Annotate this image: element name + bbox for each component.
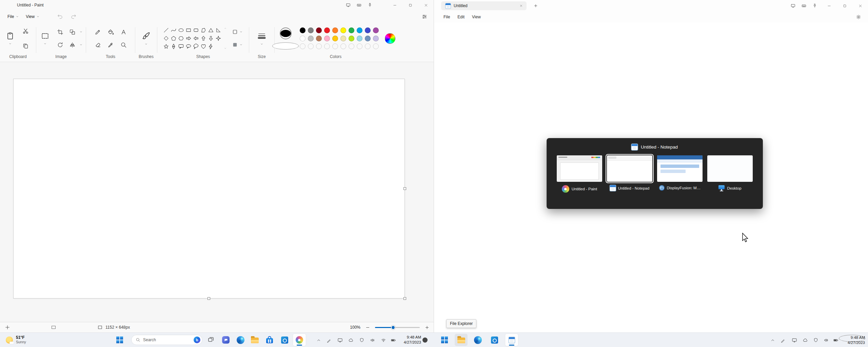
menu-view[interactable]: View bbox=[22, 12, 43, 21]
palette-color[interactable] bbox=[365, 36, 371, 41]
shapes-scrollbar[interactable] bbox=[224, 27, 227, 50]
menu-edit[interactable]: Edit bbox=[454, 13, 468, 21]
tray-speaker-button[interactable] bbox=[369, 336, 377, 344]
minimize-button[interactable] bbox=[387, 0, 402, 10]
shape-ellipse[interactable] bbox=[177, 26, 184, 34]
tab-close-button[interactable] bbox=[518, 2, 525, 9]
displayfusion-keyboard-button[interactable] bbox=[355, 1, 363, 9]
rotate-dropdown[interactable] bbox=[79, 30, 83, 34]
taskbar-chat-button[interactable] bbox=[219, 334, 232, 346]
shape-callout-oval[interactable] bbox=[185, 43, 192, 51]
palette-color[interactable] bbox=[357, 36, 362, 41]
edit-colors-button[interactable] bbox=[385, 33, 395, 44]
taskbar-start-button[interactable] bbox=[438, 334, 451, 346]
rotate-button[interactable] bbox=[54, 39, 66, 50]
tray-monitor-button[interactable] bbox=[790, 336, 798, 344]
switcher-item-desktop[interactable]: Desktop bbox=[707, 155, 753, 193]
displayfusion-monitor-button[interactable] bbox=[789, 2, 797, 10]
palette-color[interactable] bbox=[308, 27, 314, 33]
clock-monitor2[interactable]: 9:48 AM 4/27/2023 bbox=[839, 335, 865, 342]
canvas-resize-handle-bottom[interactable] bbox=[208, 297, 210, 300]
displayfusion-keyboard-button[interactable] bbox=[800, 2, 808, 10]
shape-fill-dropdown[interactable] bbox=[231, 41, 244, 49]
taskbar-task-view-button[interactable] bbox=[204, 334, 217, 346]
taskbar-edge-button[interactable] bbox=[471, 334, 484, 346]
palette-color[interactable] bbox=[300, 36, 305, 41]
palette-color[interactable] bbox=[357, 27, 362, 33]
palette-color[interactable] bbox=[349, 36, 354, 41]
tray-wifi-button[interactable] bbox=[379, 336, 388, 344]
shape-hexagon[interactable] bbox=[177, 35, 184, 42]
palette-color[interactable] bbox=[316, 36, 322, 41]
zoom-out-button[interactable] bbox=[365, 325, 370, 330]
menu-file[interactable]: File bbox=[440, 13, 454, 21]
menu-view[interactable]: View bbox=[468, 13, 485, 21]
tray-cloud-button[interactable] bbox=[347, 336, 355, 344]
redo-button[interactable] bbox=[68, 12, 79, 21]
switcher-item-notepad[interactable]: Untitled - Notepad bbox=[607, 155, 652, 193]
window-thumbnail[interactable] bbox=[707, 155, 753, 182]
color2-well[interactable] bbox=[272, 42, 299, 50]
eraser-tool[interactable] bbox=[92, 39, 103, 50]
taskbar-notepad-button[interactable] bbox=[505, 334, 518, 346]
shape-curve[interactable] bbox=[170, 26, 177, 34]
select-button[interactable] bbox=[38, 30, 52, 47]
window-thumbnail[interactable] bbox=[607, 155, 652, 182]
minimize-button[interactable] bbox=[821, 0, 837, 12]
text-tool[interactable] bbox=[118, 26, 129, 37]
taskbar-outlook-button[interactable] bbox=[278, 334, 291, 346]
tray-monitor-button[interactable] bbox=[336, 336, 344, 344]
displayfusion-pin-button[interactable] bbox=[366, 1, 374, 9]
maximize-button[interactable] bbox=[402, 0, 418, 10]
canvas-resize-handle-right[interactable] bbox=[403, 187, 406, 190]
shape-star-4[interactable] bbox=[215, 35, 222, 42]
notepad-settings-button[interactable] bbox=[854, 13, 863, 21]
palette-empty-slot[interactable] bbox=[316, 43, 322, 49]
shape-polygon[interactable] bbox=[200, 26, 207, 34]
palette-color[interactable] bbox=[373, 36, 379, 41]
palette-color[interactable] bbox=[373, 27, 379, 33]
shape-line[interactable] bbox=[162, 26, 170, 34]
palette-color[interactable] bbox=[308, 36, 314, 41]
tab-untitled[interactable]: Untitled bbox=[441, 1, 527, 10]
palette-color[interactable] bbox=[300, 27, 305, 33]
cut-button[interactable] bbox=[20, 25, 31, 36]
taskbar-outlook-button[interactable] bbox=[488, 334, 501, 346]
zoom-slider[interactable] bbox=[375, 327, 420, 328]
tray-speaker-button[interactable] bbox=[822, 336, 830, 344]
displayfusion-monitor-button[interactable] bbox=[344, 1, 353, 9]
tray-shield-button[interactable] bbox=[812, 336, 820, 344]
brushes-button[interactable] bbox=[139, 30, 153, 47]
shape-rounded-rectangle[interactable] bbox=[192, 26, 199, 34]
zoom-in-button[interactable] bbox=[425, 325, 430, 330]
displayfusion-pin-button[interactable] bbox=[810, 2, 819, 10]
shape-callout-cloud[interactable] bbox=[192, 43, 199, 51]
tray-pen-button[interactable] bbox=[779, 336, 787, 344]
close-button[interactable] bbox=[418, 0, 434, 10]
palette-empty-slot[interactable] bbox=[332, 43, 338, 49]
shape-pentagon[interactable] bbox=[170, 35, 177, 42]
taskbar-paint-button[interactable] bbox=[293, 334, 306, 346]
tray-hidden-icons-button[interactable] bbox=[315, 336, 323, 344]
fill-tool[interactable] bbox=[105, 26, 116, 37]
palette-color[interactable] bbox=[324, 36, 330, 41]
palette-color[interactable] bbox=[340, 36, 346, 41]
palette-empty-slot[interactable] bbox=[365, 43, 371, 49]
undo-button[interactable] bbox=[54, 12, 66, 21]
shape-triangle[interactable] bbox=[207, 26, 214, 34]
palette-empty-slot[interactable] bbox=[373, 43, 379, 49]
shape-star-6[interactable] bbox=[170, 43, 177, 51]
window-thumbnail[interactable] bbox=[657, 155, 703, 182]
menu-file[interactable]: File bbox=[4, 12, 22, 21]
clock-monitor1[interactable]: 9:48 AM 4/27/2023 bbox=[396, 335, 421, 342]
palette-color[interactable] bbox=[365, 27, 371, 33]
palette-empty-slot[interactable] bbox=[357, 43, 362, 49]
shape-arrow-left[interactable] bbox=[192, 35, 199, 42]
palette-color[interactable] bbox=[332, 36, 338, 41]
palette-empty-slot[interactable] bbox=[300, 43, 305, 49]
switcher-item-displayfusion[interactable]: DisplayFusion: Mul... bbox=[657, 155, 703, 193]
palette-empty-slot[interactable] bbox=[308, 43, 314, 49]
shape-rectangle[interactable] bbox=[185, 26, 192, 34]
palette-color[interactable] bbox=[349, 27, 354, 33]
tray-shield-button[interactable] bbox=[358, 336, 366, 344]
